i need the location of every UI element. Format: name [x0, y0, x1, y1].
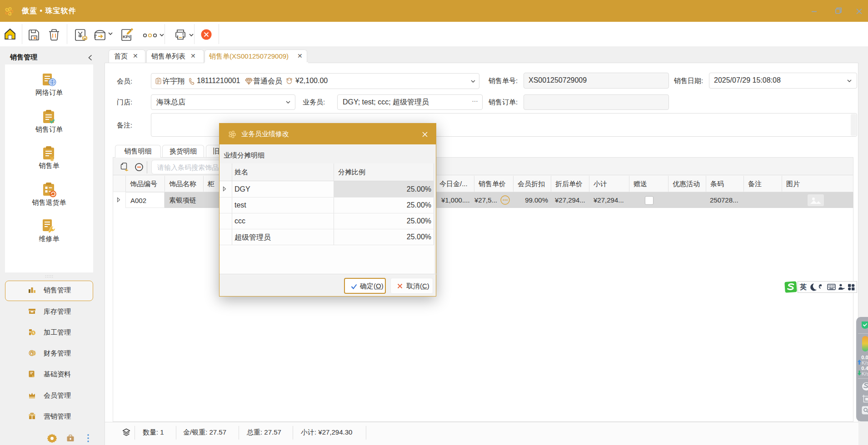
svg-text:KPI: KPI [123, 34, 130, 39]
svg-text:¥: ¥ [31, 351, 33, 356]
